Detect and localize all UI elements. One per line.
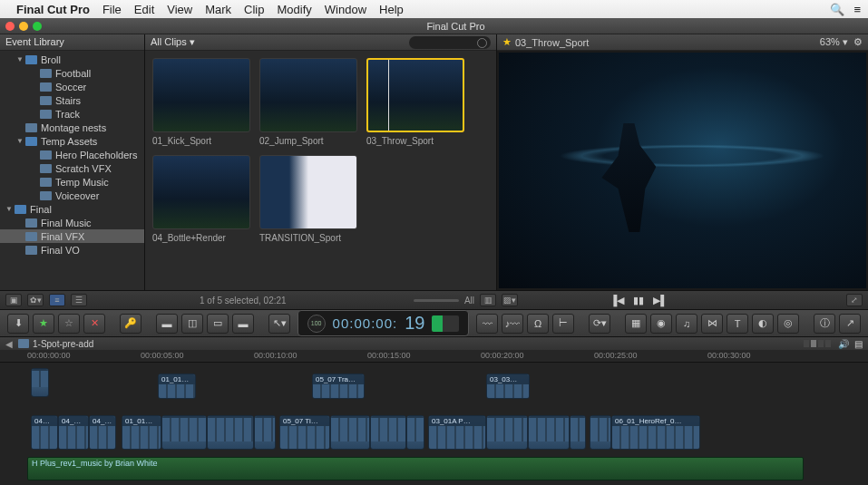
audio-meter[interactable] — [432, 315, 459, 332]
spotlight-icon[interactable]: 🔍 — [830, 3, 844, 16]
clip-02_jump_sport[interactable]: 02_Jump_Sport — [259, 58, 357, 146]
tree-node-montage-nests[interactable]: Montage nests — [0, 121, 144, 134]
append-clip-button[interactable]: ▭ — [207, 314, 229, 334]
primary-storyline-clip[interactable] — [254, 415, 276, 450]
connected-clip[interactable]: 03_03… — [486, 373, 530, 399]
share-button[interactable]: ↗ — [839, 314, 861, 334]
primary-storyline-clip[interactable] — [207, 415, 254, 450]
menu-file[interactable]: File — [102, 3, 122, 16]
solo-button[interactable]: Ω — [527, 314, 549, 334]
tree-node-final-vo[interactable]: Final VO — [0, 243, 144, 257]
primary-storyline-clip[interactable] — [330, 415, 370, 450]
app-menu[interactable]: Final Cut Pro — [16, 3, 90, 16]
primary-storyline-clip[interactable] — [406, 415, 424, 450]
library-toggle-button[interactable]: ▣ — [5, 294, 22, 306]
tree-node-scratch-vfx[interactable]: Scratch VFX — [0, 161, 144, 175]
filmstrip-view-button[interactable]: ≡ — [49, 294, 65, 306]
audio-skim-toggle-button[interactable]: ♪〰 — [502, 314, 523, 334]
fullscreen-button[interactable]: ⤢ — [846, 294, 863, 306]
menu-modify[interactable]: Modify — [278, 3, 312, 16]
insert-clip-button[interactable]: ◫ — [181, 314, 203, 334]
browser-search-input[interactable] — [409, 36, 491, 49]
menu-edit[interactable]: Edit — [134, 3, 154, 16]
tree-node-football[interactable]: Football — [0, 66, 144, 80]
clip-thumbnail[interactable] — [366, 58, 464, 132]
menu-mark[interactable]: Mark — [205, 3, 231, 16]
effects-browser-button[interactable]: ▦ — [625, 314, 647, 334]
menu-view[interactable]: View — [167, 3, 192, 16]
timeline-index-button[interactable] — [804, 340, 831, 347]
clip-thumbnail[interactable] — [152, 155, 250, 229]
primary-storyline-clip[interactable]: 01_01… — [122, 415, 161, 450]
audio-lane-icon[interactable]: 🔊 — [838, 339, 849, 349]
tree-node-stairs[interactable]: Stairs — [0, 93, 144, 107]
clip-grid[interactable]: 01_Kick_Sport02_Jump_Sport03_Throw_Sport… — [145, 51, 496, 290]
retime-menu-button[interactable]: ⟳▾ — [589, 314, 610, 334]
traffic-lights[interactable] — [5, 22, 42, 31]
generators-browser-button[interactable]: ◐ — [752, 314, 774, 334]
tree-node-final-music[interactable]: Final Music — [0, 216, 144, 229]
menu-extras-icon[interactable]: ≡ — [853, 3, 861, 16]
tree-node-final[interactable]: ▼Final — [0, 202, 144, 216]
clip-thumbnail[interactable] — [152, 58, 250, 132]
skimming-toggle-button[interactable]: 〰 — [476, 314, 498, 334]
reject-button[interactable]: ✕ — [83, 314, 105, 334]
primary-storyline-clip[interactable] — [370, 415, 406, 450]
connected-clip[interactable]: 05_07 Tra… — [312, 373, 365, 399]
clip-01_kick_sport[interactable]: 01_Kick_Sport — [152, 58, 250, 146]
background-tasks-meter[interactable]: 100 — [307, 315, 326, 333]
primary-storyline-clip[interactable] — [590, 415, 611, 450]
arrow-tool-button[interactable]: ↖▾ — [268, 314, 290, 334]
event-tree[interactable]: ▼BrollFootballSoccerStairsTrackMontage n… — [0, 51, 144, 290]
unrate-button[interactable]: ☆ — [58, 314, 80, 334]
viewer-zoom-dropdown[interactable]: 63% ▾ ⚙ — [820, 36, 863, 48]
clip-thumbnail[interactable] — [259, 58, 357, 132]
tree-node-temp-music[interactable]: Temp Music — [0, 175, 144, 189]
titles-browser-button[interactable]: T — [727, 314, 748, 334]
next-frame-button[interactable]: ▶▌ — [653, 295, 668, 306]
primary-storyline-clip[interactable] — [528, 415, 570, 450]
music-browser-button[interactable]: ♫ — [676, 314, 697, 334]
zoom-window-icon[interactable] — [33, 22, 42, 31]
primary-storyline-clip[interactable]: 04_… — [58, 415, 89, 450]
overwrite-clip-button[interactable]: ▬ — [232, 314, 254, 334]
clip-appearance-icon[interactable]: ▤ — [854, 339, 863, 349]
tree-node-track[interactable]: Track — [0, 107, 144, 121]
viewer-canvas[interactable] — [499, 53, 866, 288]
close-window-icon[interactable] — [5, 22, 15, 31]
tree-node-hero-placeholders[interactable]: Hero Placeholders — [0, 148, 144, 161]
timecode-display[interactable]: 100 00:00:00:19 — [297, 310, 470, 336]
gear-menu-button[interactable]: ✿▾ — [27, 294, 44, 306]
primary-storyline-clip[interactable]: 04_… — [89, 415, 116, 450]
inspector-toggle-button[interactable]: ⓘ — [814, 314, 835, 334]
keyword-editor-button[interactable]: 🔑 — [120, 314, 141, 334]
timeline[interactable]: 01_01…05_07 Tra…03_03…04…04_…04_…01_01…0… — [0, 363, 868, 485]
menu-clip[interactable]: Clip — [244, 3, 264, 16]
clip-transition_sport[interactable]: TRANSITION_Sport — [259, 155, 357, 243]
primary-storyline-clip[interactable] — [486, 415, 528, 450]
clip-filter-dropdown[interactable]: All Clips ▾ — [151, 36, 195, 48]
tree-node-broll[interactable]: ▼Broll — [0, 53, 144, 66]
connect-clip-button[interactable]: ▬ — [156, 314, 178, 334]
thumbnail-size-slider[interactable] — [414, 299, 459, 302]
import-button[interactable]: ⬇ — [7, 314, 29, 334]
primary-storyline-clip[interactable]: 06_01_HeroRef_0… — [611, 415, 700, 450]
favorite-star-icon[interactable]: ★ — [502, 36, 512, 48]
photos-browser-button[interactable]: ◉ — [650, 314, 672, 334]
filter-all-label[interactable]: All — [464, 296, 474, 306]
transitions-browser-button[interactable]: ⋈ — [701, 314, 723, 334]
themes-browser-button[interactable]: ◎ — [777, 314, 799, 334]
list-view-button[interactable]: ☰ — [71, 294, 87, 306]
tree-node-voiceover[interactable]: Voiceover — [0, 189, 144, 202]
audio-clip[interactable]: H Plus_rev1_music by Brian White — [27, 457, 804, 480]
menu-window[interactable]: Window — [325, 3, 366, 16]
primary-storyline-clip[interactable]: 04… — [31, 415, 58, 450]
timeline-ruler[interactable]: 00:00:00:0000:00:05:0000:00:10:0000:00:1… — [0, 350, 868, 363]
primary-storyline-clip[interactable] — [161, 415, 207, 450]
tree-node-soccer[interactable]: Soccer — [0, 80, 144, 93]
tree-node-final-vfx[interactable]: Final VFX — [0, 229, 144, 243]
keyword-favorite-button[interactable]: ★ — [33, 314, 54, 334]
primary-storyline-clip[interactable]: 05_07 Ti… — [279, 415, 330, 450]
menu-help[interactable]: Help — [379, 3, 404, 16]
clip-03_throw_sport[interactable]: 03_Throw_Sport — [366, 58, 464, 146]
